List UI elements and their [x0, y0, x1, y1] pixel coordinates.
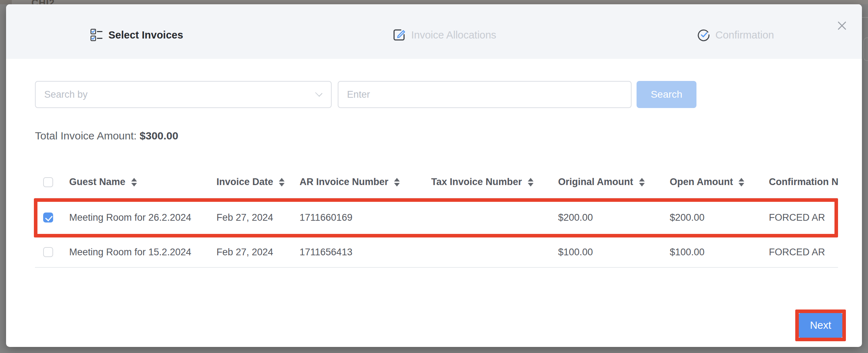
cell-open-amount: $100.00 — [660, 237, 760, 267]
table-row[interactable]: Meeting Room for 26.2.2024 Feb 27, 2024 … — [35, 198, 838, 237]
next-button[interactable]: Next — [799, 313, 842, 338]
search-value-placeholder: Enter — [347, 89, 370, 100]
table-header-row: Guest Name Invoice Date AR Invoice Numbe… — [35, 167, 838, 198]
sort-icon[interactable] — [739, 178, 744, 186]
step-confirmation[interactable]: Confirmation — [697, 28, 774, 42]
search-by-placeholder: Search by — [44, 89, 88, 100]
cell-invoice-date: Feb 27, 2024 — [207, 237, 290, 267]
cell-ar-invoice-number: 1711656413 — [290, 237, 422, 267]
column-header-ar-invoice-number: AR Invoice Number — [300, 176, 388, 188]
dimmed-background-panel-edge — [863, 37, 868, 61]
step-invoice-allocations[interactable]: Invoice Allocations — [392, 28, 496, 42]
row-checkbox[interactable] — [43, 213, 53, 222]
screen: CHI2 Select Invoices — [0, 0, 868, 353]
invoices-table: Guest Name Invoice Date AR Invoice Numbe… — [35, 167, 838, 273]
cell-original-amount: $200.00 — [549, 198, 660, 237]
column-header-tax-invoice-number: Tax Invoice Number — [431, 176, 522, 188]
edit-square-icon — [392, 28, 406, 42]
cell-confirmation-number: FORCED AR — [760, 198, 838, 237]
total-invoice-amount-label: Total Invoice Amount: — [35, 130, 137, 142]
circle-check-icon — [697, 29, 710, 41]
search-value-input[interactable]: Enter — [338, 81, 632, 108]
step-select-invoices[interactable]: Select Invoices — [90, 28, 183, 42]
sort-icon[interactable] — [394, 178, 400, 186]
row-checkbox[interactable] — [43, 247, 53, 257]
step-label: Confirmation — [715, 29, 774, 41]
cell-confirmation-number: FORCED AR — [760, 237, 838, 267]
select-all-checkbox[interactable] — [43, 177, 53, 187]
column-header-invoice-date: Invoice Date — [216, 176, 273, 188]
search-controls: Search by Enter Search — [35, 81, 833, 108]
background-property-code: CHI2 — [31, 0, 55, 4]
chevron-down-icon — [315, 89, 322, 97]
cell-open-amount: $200.00 — [660, 198, 760, 237]
close-icon[interactable] — [836, 19, 848, 32]
step-label: Select Invoices — [108, 29, 183, 41]
column-header-confirmation-number: Confirmation Number — [769, 176, 838, 188]
total-invoice-amount-value: $300.00 — [140, 130, 178, 142]
cell-tax-invoice-number — [422, 198, 549, 237]
step-label: Invoice Allocations — [411, 29, 496, 41]
column-header-guest-name: Guest Name — [69, 176, 126, 188]
sort-icon[interactable] — [279, 178, 285, 186]
table-row[interactable]: Meeting Room for 15.2.2024 Feb 27, 2024 … — [35, 237, 838, 267]
checklist-icon — [90, 29, 103, 41]
dimmed-background-top: CHI2 — [0, 0, 868, 4]
sort-icon[interactable] — [528, 178, 533, 186]
cell-invoice-date: Feb 27, 2024 — [207, 198, 290, 237]
search-button[interactable]: Search — [637, 81, 696, 108]
cell-ar-invoice-number: 1711660169 — [290, 198, 422, 237]
column-header-original-amount: Original Amount — [558, 176, 633, 188]
cell-guest-name: Meeting Room for 15.2.2024 — [60, 237, 207, 267]
total-invoice-amount: Total Invoice Amount: $300.00 — [35, 130, 178, 142]
cell-guest-name: Meeting Room for 26.2.2024 — [60, 198, 207, 237]
sort-icon[interactable] — [639, 178, 645, 186]
select-invoices-modal: Select Invoices Invoice Allocations — [6, 4, 862, 347]
sort-icon[interactable] — [131, 178, 137, 186]
search-by-select[interactable]: Search by — [35, 81, 332, 108]
dimmed-sidebar-edge — [0, 0, 12, 4]
cell-tax-invoice-number — [422, 237, 549, 267]
stepper-header: Select Invoices Invoice Allocations — [6, 4, 862, 59]
dimmed-background-line — [862, 17, 868, 18]
column-header-open-amount: Open Amount — [670, 176, 733, 188]
cell-original-amount: $100.00 — [549, 237, 660, 267]
